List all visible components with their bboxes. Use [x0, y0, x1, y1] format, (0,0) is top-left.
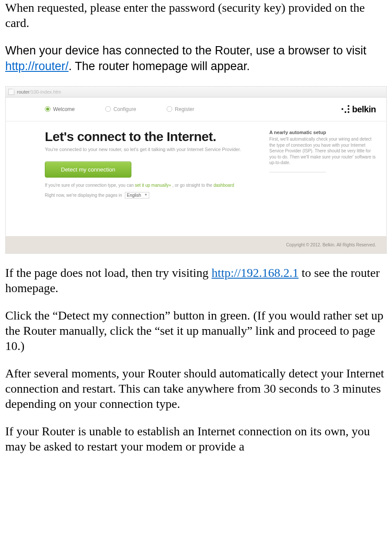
- tab-configure[interactable]: Configure: [105, 106, 136, 112]
- pointer-line-icon: [269, 169, 376, 175]
- brand-text: belkin: [352, 104, 376, 114]
- text: If the page does not load, then try visi…: [5, 266, 211, 279]
- manual-setup-hint: If you're sure of your connection type, …: [45, 183, 262, 188]
- language-row: Right now, we're displaying the pages in…: [45, 192, 262, 199]
- url-path: /100-index.htm: [30, 89, 61, 94]
- text: , or go straight to the: [171, 183, 213, 188]
- text: When your device has connected to the Ro…: [5, 44, 366, 57]
- text: If you're sure of your connection type, …: [45, 183, 135, 188]
- sidebar-help: A nearly automatic setup First, we'll au…: [262, 129, 376, 221]
- belkin-logo-dots-icon: [342, 105, 349, 113]
- paragraph-click-detect: Click the “Detect my connection” button …: [5, 308, 387, 353]
- footer-copyright: Copyright © 2012. Belkin. All Rights Res…: [6, 236, 386, 253]
- headline: Let's connect to the Internet.: [45, 129, 262, 144]
- paragraph-unable: If your Router is unable to establish an…: [5, 424, 387, 454]
- language-select[interactable]: English: [125, 192, 150, 199]
- address-text: router/100-index.htm: [17, 89, 61, 94]
- tab-label: Register: [175, 106, 194, 112]
- detect-my-connection-button[interactable]: Detect my connection: [45, 162, 131, 178]
- tab-register[interactable]: Register: [167, 106, 194, 112]
- router-homepage-emphasis: router homepage: [98, 60, 188, 73]
- router-homepage-screenshot: router/100-index.htm Welcome Configure R…: [5, 86, 387, 254]
- browser-address-bar: router/100-index.htm: [6, 87, 386, 98]
- paragraph-password: When requested, please enter the passwor…: [5, 0, 387, 30]
- paragraph-visit-router: When your device has connected to the Ro…: [5, 43, 387, 74]
- alt-ip-link[interactable]: http://192.168.2.1: [211, 266, 298, 279]
- sidebar-help-title: A nearly automatic setup: [269, 129, 376, 136]
- router-url-link[interactable]: http://router/: [5, 60, 69, 73]
- paragraph-alt-ip: If the page does not load, then try visi…: [5, 265, 387, 296]
- url-host: router: [17, 89, 30, 94]
- language-label: Right now, we're displaying the pages in: [45, 193, 122, 198]
- tab-welcome[interactable]: Welcome: [45, 106, 75, 112]
- radio-unchecked-icon: [105, 106, 111, 112]
- belkin-logo: belkin: [342, 104, 376, 114]
- radio-unchecked-icon: [167, 106, 172, 112]
- radio-checked-icon: [45, 106, 50, 112]
- setup-tabs: Welcome Configure Register belkin: [6, 98, 386, 121]
- sidebar-help-body: First, we'll automatically check your wi…: [269, 136, 376, 166]
- set-it-up-manually-link[interactable]: set it up manually»: [135, 183, 171, 188]
- tab-label: Configure: [114, 106, 136, 112]
- text: . The: [69, 60, 99, 73]
- page-icon: [8, 89, 14, 95]
- subheadline: You're connected to your new router, so …: [45, 147, 262, 152]
- text: will appear.: [188, 60, 250, 73]
- tab-label: Welcome: [53, 106, 75, 112]
- paragraph-auto-detect: After several moments, your Router shoul…: [5, 366, 387, 411]
- dashboard-link[interactable]: dashboard: [214, 183, 234, 188]
